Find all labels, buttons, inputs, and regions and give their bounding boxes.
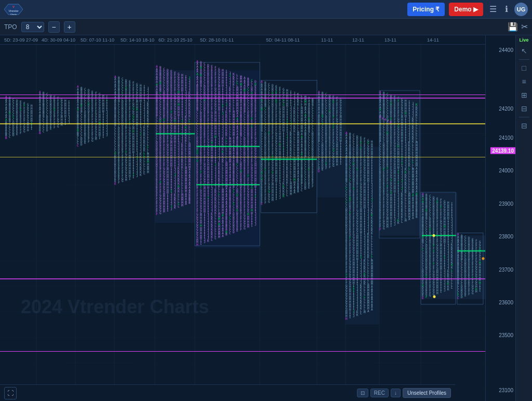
price-24400: 24400 (499, 47, 513, 53)
cursor-tool[interactable]: ↖ (518, 45, 530, 57)
date-label-3: 5D: 07-10 11-10 (81, 37, 114, 43)
chart-area[interactable]: 2024 Vtrender Charts ⛶ ⊡ REC ↓ Unselect … (0, 45, 485, 401)
price-23500: 23500 (499, 332, 513, 338)
bottom-left-controls: ⛶ (4, 387, 17, 399)
download-button[interactable]: ↓ (391, 389, 401, 397)
price-scale: 24400 24200 24100 24139.10 24000 23900 2… (485, 35, 515, 401)
fullscreen-icon[interactable]: ⛶ (4, 387, 17, 399)
bottom-toolbar: ⛶ ⊡ REC ↓ Unselect Profiles (0, 384, 455, 401)
unselect-profiles-button[interactable]: Unselect Profiles (403, 388, 451, 398)
price-23700: 23700 (499, 266, 513, 272)
user-avatar[interactable]: UG (514, 3, 528, 16)
right-sidebar: Live ↖ □ ≡ ⊞ ⊟ ⊟ (515, 35, 532, 401)
screenshot-button[interactable]: ✂ (521, 22, 528, 32)
date-label-4: 5D: 14-10 18-10 (121, 37, 154, 43)
grid-tool[interactable]: ⊞ (518, 89, 530, 101)
date-label-10: 13-11 (384, 37, 396, 43)
bottom-right-controls: ⊡ REC ↓ Unselect Profiles (357, 388, 451, 398)
main-layout: 5D: 23-09 27-09 4D: 30-09 04-10 5D: 07-1… (0, 35, 532, 401)
price-23900: 23900 (499, 200, 513, 206)
toolbar-right: 💾 ✂ (508, 22, 528, 32)
tpo-value-select[interactable]: 8 4 16 (21, 22, 44, 32)
svg-text:V: V (12, 5, 15, 8)
save-button[interactable]: 💾 (508, 22, 518, 32)
demo-button[interactable]: Demo ▶ (449, 3, 483, 16)
live-label: Live (519, 37, 528, 43)
chart-container[interactable]: 5D: 23-09 27-09 4D: 30-09 04-10 5D: 07-1… (0, 35, 485, 401)
date-label-11: 14-11 (427, 37, 439, 43)
price-24200: 24200 (499, 105, 513, 111)
price-23600: 23600 (499, 299, 513, 305)
decrease-button[interactable]: − (48, 21, 60, 33)
date-label-7: 5D: 04-11 08-11 (266, 37, 300, 43)
price-23800: 23800 (499, 234, 513, 239)
info-button[interactable]: ℹ (503, 4, 510, 14)
date-label-2: 4D: 30-09 04-10 (42, 37, 75, 43)
increase-button[interactable]: + (64, 21, 75, 33)
header-right: Pricing ₹ Demo ▶ ☰ ℹ UG (407, 3, 528, 16)
price-24000: 24000 (499, 168, 513, 173)
sidebar-divider-2 (519, 117, 529, 117)
price-23100: 23100 (499, 387, 513, 393)
date-header: 5D: 23-09 27-09 4D: 30-09 04-10 5D: 07-1… (0, 35, 485, 45)
date-label-8: 11-11 (321, 37, 333, 43)
header: V Vtrender Charts Pricing ₹ Demo ▶ ☰ ℹ U… (0, 0, 532, 19)
lines-tool[interactable]: ≡ (518, 75, 530, 88)
date-label-6: 5D: 28-10 01-11 (200, 37, 234, 43)
date-label-9: 12-11 (352, 37, 364, 43)
logo-area: V Vtrender Charts (4, 2, 23, 17)
sidebar-divider-1 (519, 59, 529, 60)
logo-icon: V Vtrender Charts (4, 2, 23, 17)
layout-tool[interactable]: ⊟ (518, 119, 530, 132)
price-highlight: 24139.10 (490, 147, 515, 154)
date-label-1: 5D: 23-09 27-09 (4, 37, 38, 43)
grid-toggle-button[interactable]: ⊡ (357, 389, 368, 397)
tpo-canvas (0, 45, 485, 401)
svg-text:Vtrender: Vtrender (8, 9, 19, 12)
rectangle-tool[interactable]: □ (518, 62, 530, 74)
svg-text:Charts: Charts (10, 13, 17, 16)
grid2-tool[interactable]: ⊟ (518, 102, 530, 115)
price-24100: 24100 (499, 135, 513, 141)
toolbar: TPO 8 4 16 − + 💾 ✂ (0, 19, 532, 35)
date-label-5: 6D: 21-10 25-10 (158, 37, 192, 43)
tpo-label: TPO (4, 23, 17, 31)
menu-button[interactable]: ☰ (487, 4, 499, 14)
pricing-button[interactable]: Pricing ₹ (407, 3, 445, 16)
rec-button[interactable]: REC (370, 389, 389, 397)
